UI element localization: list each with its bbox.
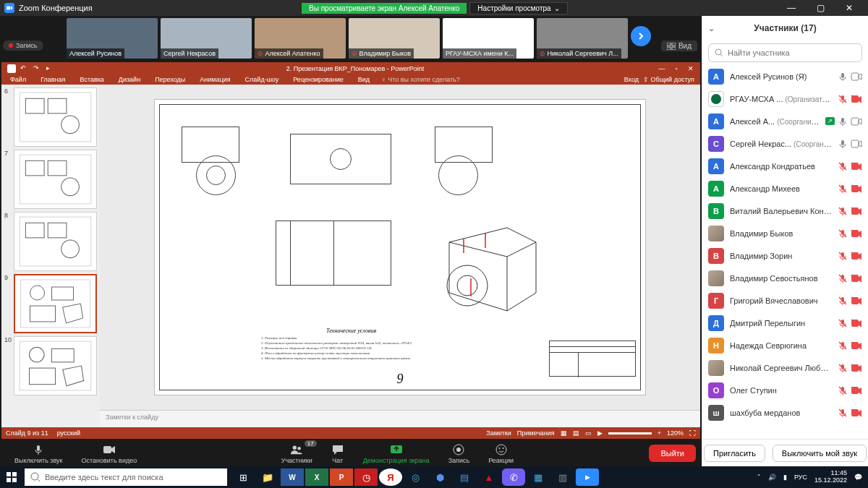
participant-search[interactable] [708, 43, 862, 62]
invite-button[interactable]: Пригласить [704, 445, 765, 462]
volume-icon[interactable]: 🔊 [768, 474, 776, 481]
mute-button[interactable]: Выключить звук [6, 442, 72, 466]
pp-share-button[interactable]: ⇪ Общий доступ [643, 76, 694, 83]
participant-row[interactable]: Владимир Быков [702, 222, 868, 244]
search-input[interactable] [728, 48, 856, 57]
participants-button[interactable]: 17 Участники [273, 442, 321, 466]
task-view-icon[interactable]: ⊞ [231, 468, 255, 486]
video-button[interactable]: Остановить видео [73, 442, 146, 466]
app-icon-2[interactable]: ⬢ [428, 468, 451, 486]
pp-ribbon-tab[interactable]: Дизайн [116, 76, 143, 83]
pp-view-sorter-icon[interactable]: ▤ [573, 429, 579, 437]
pp-language[interactable]: русский [57, 429, 80, 437]
pp-ribbon-tab[interactable]: Анимация [197, 76, 233, 83]
collapse-icon[interactable]: ⌄ [708, 24, 715, 33]
pp-thumbnail[interactable] [14, 212, 97, 271]
pp-ribbon-tab[interactable]: Рецензирование [290, 76, 346, 83]
participant-row[interactable]: ННадежда Севрюгина [702, 334, 868, 356]
participant-row[interactable]: РГАУ-МСХА ... (Организатор) [702, 87, 868, 110]
maximize-button[interactable]: ▢ [806, 3, 835, 13]
pp-ribbon-tab[interactable]: Главная [38, 76, 68, 83]
app-icon-3[interactable]: ▤ [453, 468, 476, 486]
explorer-icon[interactable]: 📁 [256, 468, 279, 486]
pp-min-icon[interactable]: ― [655, 65, 668, 72]
video-thumbnail[interactable]: ⊘ Николай Сергеевич Л... [537, 18, 628, 59]
pp-ribbon-tab[interactable]: Переходы [152, 76, 188, 83]
pp-thumbnail[interactable] [14, 150, 97, 209]
pp-notes-toggle[interactable]: Заметки [486, 429, 511, 437]
mute-me-button[interactable]: Выключить мой звук [773, 445, 867, 462]
pp-undo-icon[interactable]: ↶ [20, 64, 29, 73]
powerpoint-icon[interactable]: P [330, 468, 353, 486]
pp-max-icon[interactable]: ▫ [670, 65, 683, 72]
pp-redo-icon[interactable]: ↷ [33, 64, 42, 73]
app-icon-5[interactable]: ▥ [551, 468, 574, 486]
video-thumbnail[interactable]: ⊘ Владимир Быков [349, 18, 440, 59]
view-settings-dropdown[interactable]: Настройки просмотра⌄ [469, 2, 567, 14]
pp-signin[interactable]: Вход [624, 76, 639, 83]
video-thumbnail[interactable]: РГАУ-МСХА имени К... [443, 18, 534, 59]
viber-icon[interactable]: ✆ [502, 468, 525, 486]
recording-indicator[interactable]: Запись [3, 40, 43, 51]
pp-close-icon[interactable]: ✕ [684, 65, 697, 72]
pp-ribbon-tab[interactable]: Слайд-шоу [242, 76, 282, 83]
zoom-taskbar-icon[interactable]: ▶ [576, 468, 599, 486]
leave-button[interactable]: Выйти [649, 445, 696, 462]
excel-icon[interactable]: X [305, 468, 328, 486]
pp-thumbnail[interactable] [14, 274, 97, 333]
reactions-button[interactable]: Реакции [480, 442, 522, 466]
pp-ribbon-tab[interactable]: Вставка [77, 76, 106, 83]
tray-language[interactable]: РУС [794, 474, 807, 481]
participant-row[interactable]: ААлексей А... (Соорганизатор)↗ [702, 110, 868, 132]
yandex-icon[interactable]: Я [379, 468, 402, 486]
participant-row[interactable]: ААлександр Михеев [702, 177, 868, 200]
network-icon[interactable]: ▮ [783, 474, 787, 481]
pp-view-slideshow-icon[interactable]: ▶ [597, 429, 603, 437]
record-button[interactable]: Запись [440, 442, 479, 466]
video-thumbnail[interactable]: Алексей Русинов [67, 18, 158, 59]
pp-notes-pane[interactable]: Заметки к слайду [100, 410, 700, 427]
app-icon-1[interactable]: ◎ [404, 468, 427, 486]
pp-comments-toggle[interactable]: Примечания [517, 429, 555, 437]
video-thumbnail[interactable]: Сергей Некрасов [161, 18, 252, 59]
participant-row[interactable]: ВВиталий Валерьевич Конев [702, 200, 868, 222]
participant-row[interactable]: ААлександр Кондратьев [702, 155, 868, 177]
pp-tell-me[interactable]: ♀ Что вы хотите сделать? [381, 76, 460, 83]
participant-row[interactable]: ААлексей Русинов (Я) [702, 65, 868, 87]
pp-ribbon-tab[interactable]: Файл [7, 76, 29, 83]
taskbar-search[interactable]: Введите здесь текст для поиска [25, 468, 227, 486]
tray-expand-icon[interactable]: ˄ [757, 474, 761, 481]
participant-row[interactable]: Николай Сергеевич Любимый [702, 356, 868, 379]
pp-thumbnail[interactable] [14, 336, 97, 395]
start-button[interactable] [0, 466, 23, 488]
pp-zoom-slider[interactable] [608, 432, 652, 435]
word-icon[interactable]: W [281, 468, 304, 486]
participant-row[interactable]: ДДмитрий Перелыгин [702, 312, 868, 334]
chat-button[interactable]: Чат [323, 442, 353, 466]
participant-row[interactable]: ВВладимир Зорин [702, 244, 868, 267]
pp-slide-thumbnails[interactable]: 678910 [1, 85, 100, 427]
view-mode-button[interactable]: Вид [661, 40, 697, 51]
pp-view-reading-icon[interactable]: ▭ [585, 429, 592, 437]
participant-row[interactable]: ООлег Ступин [702, 379, 868, 401]
close-button[interactable]: ✕ [835, 3, 864, 13]
pp-thumbnail[interactable] [14, 87, 97, 147]
pp-view-normal-icon[interactable]: ▦ [561, 429, 567, 437]
acrobat-icon[interactable]: ▲ [477, 468, 501, 486]
participant-row[interactable]: Владимир Севостьянов [702, 267, 868, 289]
participant-row[interactable]: шшахбуба мерданов [702, 401, 868, 424]
tray-clock[interactable]: 11:45 15.12.2022 [814, 470, 847, 484]
minimize-button[interactable]: ― [777, 3, 806, 13]
share-screen-button[interactable]: Демонстрация экрана [354, 442, 438, 466]
participant-row[interactable]: ГГригорий Вячеславович [702, 289, 868, 312]
pp-zoom-percent[interactable]: 120% [667, 429, 684, 437]
pp-save-icon[interactable] [7, 64, 16, 73]
video-thumbnail[interactable]: ⊘ Алексей Апатенко [255, 18, 346, 59]
participant-row[interactable]: ССергей Некрас... (Соорганизатор) [702, 132, 868, 155]
gallery-next-button[interactable] [631, 26, 651, 46]
pp-start-icon[interactable]: ▸ [46, 64, 55, 73]
pp-fit-icon[interactable]: ⛶ [689, 429, 696, 437]
app-icon-4[interactable]: ▦ [527, 468, 550, 486]
notifications-icon[interactable]: 💬 [854, 474, 862, 481]
kompas-icon[interactable]: ◷ [354, 468, 378, 486]
